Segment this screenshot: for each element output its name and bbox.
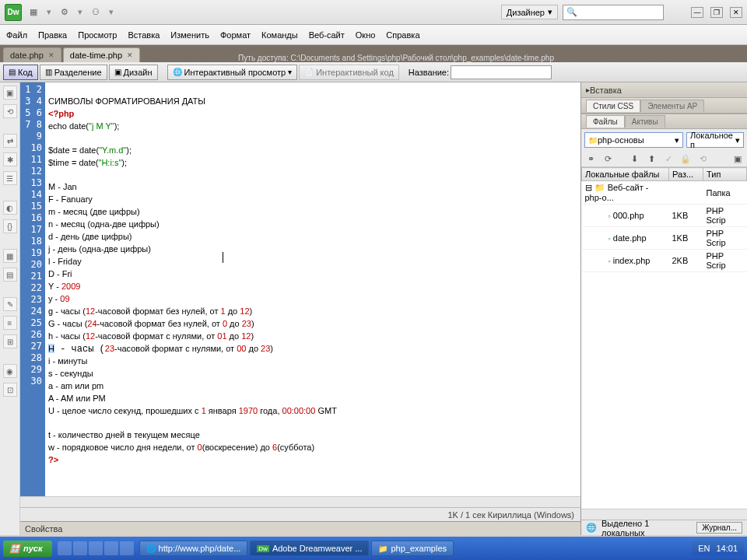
tab-date-time-php[interactable]: date-time.php✕ xyxy=(63,47,140,62)
ql-icon[interactable] xyxy=(120,541,134,555)
insert-panel-header[interactable]: ▸ Вставка xyxy=(581,82,747,98)
log-button[interactable]: Журнал... xyxy=(696,522,742,534)
design-view-button[interactable]: ▣ Дизайн xyxy=(109,65,158,80)
tab-ap[interactable]: Элементы AP xyxy=(640,100,704,112)
title-input[interactable] xyxy=(451,65,552,79)
code-editor[interactable]: 1 2 3 4 5 6 7 8 9 10 11 12 13 14 15 16 1… xyxy=(20,82,580,496)
menu-site[interactable]: Веб-сайт xyxy=(309,30,345,40)
layout-icon[interactable]: ▦ xyxy=(26,5,40,19)
editor-status: 1K / 1 сек Кириллица (Windows) xyxy=(20,507,580,521)
text-cursor xyxy=(223,252,223,263)
table-row[interactable]: ▫ 000.php1KBPHP Scrip xyxy=(582,205,747,227)
view-dropdown[interactable]: Локальное п▾ xyxy=(686,132,744,148)
view-toolbar: ▤ Код ▥ Разделение ▣ Дизайн 🌐 Интерактив… xyxy=(0,62,747,82)
properties-panel-header[interactable]: Свойства xyxy=(20,521,580,535)
connect-icon[interactable]: ⚭ xyxy=(584,152,597,165)
taskbar-item[interactable]: Dw Adobe Dreamweaver ... xyxy=(250,541,369,556)
taskbar-item[interactable]: 📁 php_examples xyxy=(371,541,454,556)
windows-taskbar: 🪟 пуск 🌐 http://www.php/date... Dw Adobe… xyxy=(0,537,747,560)
title-label: Название: xyxy=(409,68,449,77)
close-icon[interactable]: ✕ xyxy=(127,51,133,59)
tab-date-php[interactable]: date.php✕ xyxy=(3,47,61,62)
menu-insert[interactable]: Вставка xyxy=(128,30,160,40)
live-view-button[interactable]: 🌐 Интерактивный просмотр ▾ xyxy=(167,65,298,80)
refresh-icon[interactable]: ⟳ xyxy=(601,152,614,165)
document-tabs: date.php✕ date-time.php✕ Путь доступа: C… xyxy=(0,45,747,62)
table-row[interactable]: ▫ date.php1KBPHP Scrip xyxy=(582,227,747,250)
checkin-icon[interactable]: 🔒 xyxy=(679,152,692,165)
code-content[interactable]: СИМВОЛЫ ФОРМАТИРОВАНИЯ ДАТЫ <?php echo d… xyxy=(45,82,580,496)
menu-commands[interactable]: Команды xyxy=(261,30,298,40)
site-dropdown[interactable]: 📁 php-основы ▾ xyxy=(584,132,683,148)
put-icon[interactable]: ⬆ xyxy=(645,152,658,165)
tab-assets[interactable]: Активы xyxy=(625,115,665,128)
col-name[interactable]: Локальные файлы xyxy=(582,168,669,181)
tool-icon[interactable]: {} xyxy=(3,219,17,233)
tool-icon[interactable]: ◉ xyxy=(3,364,17,378)
ql-icon[interactable] xyxy=(58,541,72,555)
system-tray[interactable]: EN 14:01 xyxy=(692,541,744,555)
horizontal-scrollbar[interactable] xyxy=(20,496,580,507)
table-row[interactable]: ⊟ 📁 Веб-сайт - php-о...Папка xyxy=(582,181,747,205)
code-view-button[interactable]: ▤ Код xyxy=(3,65,38,80)
taskbar-item[interactable]: 🌐 http://www.php/date... xyxy=(139,541,248,556)
tool-icon[interactable]: ⇄ xyxy=(3,134,17,148)
tool-icon[interactable]: ✎ xyxy=(3,297,17,311)
workspace-dropdown[interactable]: Дизайнер ▾ xyxy=(501,5,558,19)
menu-view[interactable]: Просмотр xyxy=(78,30,117,40)
menu-bar: Файл Правка Просмотр Вставка Изменить Фо… xyxy=(0,25,747,45)
code-toolbar: ▣ ⟲ ⇄ ✱ ☰ ◐ {} ▦ ▤ ✎ ≡ ⊞ ◉ ⊡ xyxy=(0,82,20,535)
menu-edit[interactable]: Правка xyxy=(38,30,67,40)
ql-icon[interactable] xyxy=(89,541,103,555)
panels-sidebar: ▸ Вставка Стили CSS Элементы AP Файлы Ак… xyxy=(580,82,747,535)
split-view-button[interactable]: ▥ Разделение xyxy=(40,65,107,80)
menu-file[interactable]: Файл xyxy=(6,30,27,40)
tool-icon[interactable]: ⊞ xyxy=(3,334,17,348)
ql-icon[interactable] xyxy=(73,541,87,555)
sitemap-icon[interactable]: ⚇ xyxy=(89,5,103,19)
start-button[interactable]: 🪟 пуск xyxy=(3,541,52,557)
menu-window[interactable]: Окно xyxy=(356,30,376,40)
workspace-label: Дизайнер xyxy=(507,8,545,17)
checkout-icon[interactable]: ✓ xyxy=(662,152,675,165)
search-input[interactable]: 🔍 xyxy=(563,5,664,20)
close-button[interactable]: ✕ xyxy=(730,7,742,18)
tool-icon[interactable]: ◐ xyxy=(3,201,17,215)
css-panel-tabs: Стили CSS Элементы AP xyxy=(581,98,747,114)
files-status: 🌐 Выделено 1 локальных Журнал... xyxy=(581,520,747,535)
files-panel-tabs: Файлы Активы xyxy=(581,114,747,129)
dreamweaver-logo: Dw xyxy=(5,4,22,21)
sync-icon[interactable]: ⟲ xyxy=(696,152,709,165)
line-numbers: 1 2 3 4 5 6 7 8 9 10 11 12 13 14 15 16 1… xyxy=(20,82,45,496)
maximize-button[interactable]: ❐ xyxy=(710,7,723,18)
app-toolbar: Dw ▦▾ ⚙▾ ⚇▾ Дизайнер ▾ 🔍 — ❐ ✕ xyxy=(0,0,747,25)
tab-files[interactable]: Файлы xyxy=(586,115,625,128)
tool-icon[interactable]: ⊡ xyxy=(3,383,17,397)
gear-icon[interactable]: ⚙ xyxy=(58,5,72,19)
file-path: Путь доступа: C:\Documents and Settings\… xyxy=(142,54,744,62)
menu-modify[interactable]: Изменить xyxy=(170,30,209,40)
tool-icon[interactable]: ▣ xyxy=(3,86,17,100)
tool-icon[interactable]: ▦ xyxy=(3,249,17,263)
tab-css[interactable]: Стили CSS xyxy=(586,100,640,112)
close-icon[interactable]: ✕ xyxy=(48,51,54,59)
menu-format[interactable]: Формат xyxy=(220,30,251,40)
clock: 14:01 xyxy=(716,544,738,553)
minimize-button[interactable]: — xyxy=(691,7,703,18)
live-code-button: 📄 Интерактивный код xyxy=(299,65,399,80)
ql-icon[interactable] xyxy=(104,541,118,555)
col-size[interactable]: Раз... xyxy=(669,168,703,181)
files-table: Локальные файлы Раз... Тип ⊟ 📁 Веб-сайт … xyxy=(581,167,747,272)
tool-icon[interactable]: ☰ xyxy=(3,171,17,185)
tool-icon[interactable]: ⟲ xyxy=(3,104,17,118)
menu-help[interactable]: Справка xyxy=(386,30,419,40)
expand-icon[interactable]: ▣ xyxy=(731,152,744,165)
lang-indicator[interactable]: EN xyxy=(698,544,710,553)
get-icon[interactable]: ⬇ xyxy=(628,152,640,165)
tool-icon[interactable]: ✱ xyxy=(3,152,17,166)
tool-icon[interactable]: ▤ xyxy=(3,268,17,282)
col-type[interactable]: Тип xyxy=(703,168,747,181)
tool-icon[interactable]: ≡ xyxy=(3,316,17,330)
table-row[interactable]: ▫ index.php2KBPHP Scrip xyxy=(582,250,747,272)
files-toolbar: ⚭ ⟳ ⬇ ⬆ ✓ 🔒 ⟲ ▣ xyxy=(581,151,747,167)
